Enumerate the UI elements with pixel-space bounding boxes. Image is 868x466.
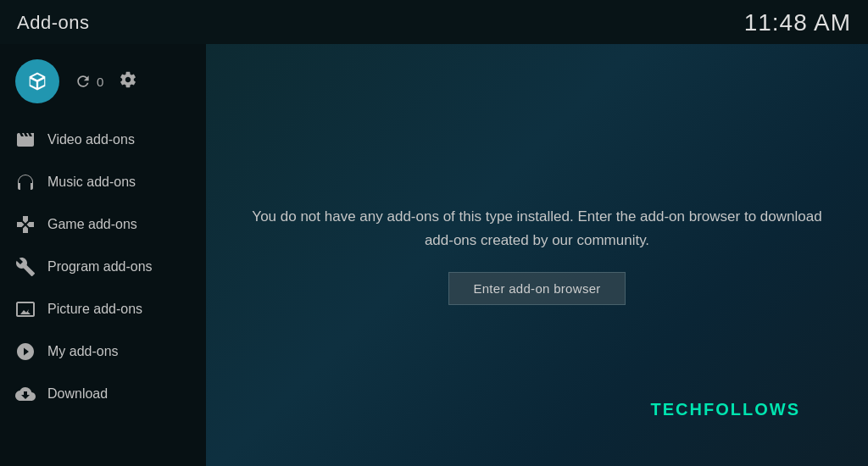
sidebar-item-music-addons[interactable]: Music add-ons [0, 161, 206, 203]
gamepad-icon [15, 214, 36, 235]
my-addons-icon [15, 341, 36, 362]
download-icon [15, 384, 36, 404]
game-addons-label: Game add-ons [47, 217, 137, 232]
sidebar-item-video-addons[interactable]: Video add-ons [0, 119, 206, 161]
headphone-icon [15, 172, 36, 192]
film-icon [15, 130, 36, 150]
sidebar-item-my-addons[interactable]: My add-ons [0, 330, 206, 373]
music-addons-label: Music add-ons [47, 175, 136, 190]
settings-button[interactable] [119, 70, 137, 92]
refresh-count: 0 [97, 75, 103, 89]
sidebar-nav: Video add-ons Music add-ons Game add-ons [0, 119, 206, 466]
refresh-icon [75, 73, 92, 90]
wrench-icon [15, 257, 36, 277]
addon-icon-button[interactable] [15, 59, 59, 103]
sidebar-item-game-addons[interactable]: Game add-ons [0, 203, 206, 246]
enter-addon-browser-button[interactable]: Enter add-on browser [448, 272, 625, 305]
page-title: Add-ons [17, 12, 89, 34]
sidebar-item-picture-addons[interactable]: Picture add-ons [0, 288, 206, 330]
content-area: You do not have any add-ons of this type… [206, 44, 868, 466]
package-icon [25, 69, 49, 93]
gear-icon [119, 70, 137, 89]
image-icon [15, 299, 36, 319]
no-addons-message: You do not have any add-ons of this type… [232, 205, 843, 251]
main-layout: 0 Video add-ons Music [0, 44, 868, 466]
watermark: TECHFOLLOWS [651, 400, 800, 419]
sidebar-icon-row: 0 [0, 54, 206, 119]
picture-addons-label: Picture add-ons [47, 302, 142, 317]
sidebar: 0 Video add-ons Music [0, 44, 206, 466]
clock: 11:48 AM [744, 9, 851, 36]
sidebar-item-program-addons[interactable]: Program add-ons [0, 246, 206, 288]
header: Add-ons 11:48 AM [0, 0, 868, 44]
my-addons-label: My add-ons [47, 344, 119, 359]
download-label: Download [47, 386, 108, 402]
refresh-area[interactable]: 0 [75, 73, 103, 90]
sidebar-item-download[interactable]: Download [0, 373, 206, 415]
video-addons-label: Video add-ons [47, 132, 135, 147]
program-addons-label: Program add-ons [47, 259, 153, 275]
